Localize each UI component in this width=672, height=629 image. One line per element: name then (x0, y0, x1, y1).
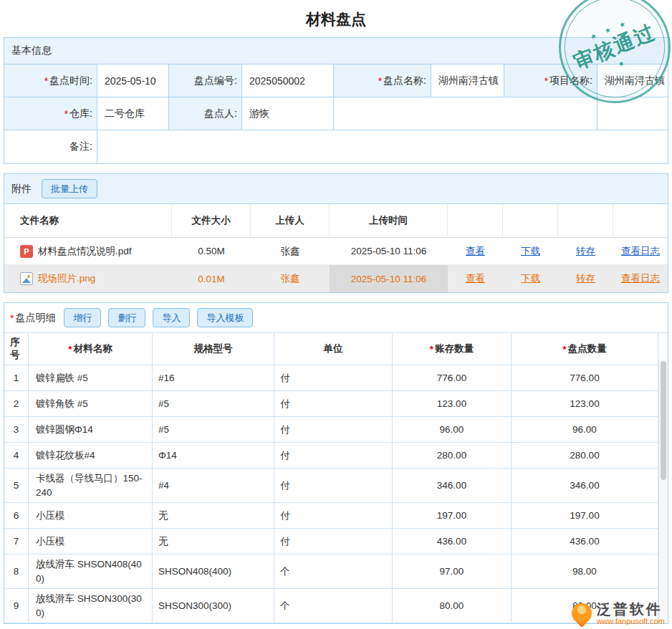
cell-seq: 9 (4, 589, 29, 623)
attachments-title: 附件 (11, 183, 32, 196)
cell-material-name: 放线滑车 SHSON408(400) (29, 554, 153, 589)
inventory-time-value: 2025-05-10 (97, 64, 169, 97)
cell-material-name: 镀锌圆钢Φ14 (29, 417, 153, 443)
required-marker: * (544, 75, 548, 87)
cell-counted-qty: 98.00 (512, 554, 658, 589)
required-marker: * (68, 344, 72, 355)
warehouse-label: *仓库: (4, 97, 97, 130)
transfer-link[interactable]: 转存 (576, 245, 595, 258)
brand-website: www.fanpusoft.com (597, 617, 665, 625)
cell-seq: 2 (4, 391, 29, 417)
cell-seq: 4 (4, 443, 29, 469)
col-seq: 序号 (4, 333, 29, 365)
col-action (503, 204, 558, 238)
file-name-cell: P 材料盘点情况说明.pdf (4, 238, 172, 265)
col-action (613, 204, 668, 238)
cell-spec: SHSON408(400) (153, 554, 274, 589)
cell-material-name: 镀锌花纹板#4 (29, 443, 153, 469)
cell-spec: #5 (153, 391, 274, 417)
col-material-name: *材料名称 (29, 333, 153, 365)
inventory-no-label: 盘点编号: (169, 64, 242, 97)
import-template-button[interactable]: 导入模板 (197, 308, 253, 327)
image-file-icon (20, 272, 33, 285)
required-marker: * (10, 312, 14, 324)
cell-seq: 3 (4, 417, 29, 443)
col-counted-qty: *盘点数量 (512, 333, 658, 365)
cell-seq: 8 (4, 554, 29, 589)
remarks-value (97, 130, 668, 163)
transfer-link[interactable]: 转存 (576, 272, 595, 285)
cell-seq: 7 (4, 529, 29, 554)
details-grid: 序号 *材料名称 规格型号 单位 *账存数量 *盘点数量 1 镀锌扁铁 #5 #… (4, 333, 658, 623)
cell-material-name: 镀锌扁铁 #5 (29, 365, 153, 391)
col-uploader: 上传人 (251, 204, 330, 238)
basic-info-header: 基本信息 (4, 38, 668, 64)
import-button[interactable]: 导入 (153, 308, 190, 327)
cell-material-name: 小压模 (29, 529, 153, 554)
fanpusoft-logo: 泛普软件 www.fanpusoft.com (572, 601, 665, 625)
attachment-row[interactable]: P 材料盘点情况说明.pdf 0.50M 张鑫 2025-05-10 11:06… (4, 238, 668, 265)
cell-spec: Φ14 (153, 443, 274, 469)
upload-time: 2025-05-10 11:06 (330, 265, 448, 292)
cell-counted-qty: 96.00 (512, 417, 658, 443)
cell-unit: 付 (274, 503, 393, 529)
details-section: *盘点明细 增行 删行 导入 导入模板 序号 *材料名称 规格型号 单位 *账存… (4, 302, 668, 624)
cell-stock-qty: 123.00 (393, 391, 512, 417)
cell-spec: 无 (153, 529, 274, 554)
empty-cell (334, 97, 597, 130)
cell-spec: #5 (153, 417, 274, 443)
upload-time: 2025-05-10 11:06 (330, 238, 448, 265)
col-spec: 规格型号 (153, 333, 274, 365)
cell-material-name: 镀锌角铁 #5 (29, 391, 153, 417)
cell-unit: 付 (274, 391, 393, 417)
cell-spec: #16 (153, 365, 274, 391)
cell-unit: 付 (274, 469, 393, 503)
view-link[interactable]: 查看 (466, 245, 485, 258)
cell-unit: 个 (274, 589, 393, 623)
col-file-name: 文件名称 (4, 204, 172, 238)
view-log-link[interactable]: 查看日志 (621, 272, 660, 285)
fanpusoft-logo-icon (567, 599, 596, 628)
delete-row-button[interactable]: 删行 (108, 308, 145, 327)
file-size: 0.50M (172, 238, 251, 265)
cell-seq: 5 (4, 469, 29, 503)
view-link[interactable]: 查看 (466, 272, 485, 285)
cell-seq: 1 (4, 365, 29, 391)
attachment-row-selected[interactable]: 现场照片.png 0.01M 张鑫 2025-05-10 11:06 查看 下载… (4, 265, 668, 292)
empty-cell (597, 97, 668, 130)
col-action (558, 204, 613, 238)
cell-stock-qty: 776.00 (393, 365, 512, 391)
cell-unit: 付 (274, 365, 393, 391)
vertical-scrollbar[interactable] (658, 360, 668, 623)
cell-stock-qty: 97.00 (393, 554, 512, 589)
file-name: 现场照片.png (38, 272, 95, 285)
basic-info-grid: *盘点时间: 2025-05-10 盘点编号: 2025050002 *盘点名称… (4, 64, 668, 163)
basic-info-title: 基本信息 (11, 44, 52, 57)
col-upload-time: 上传时间 (330, 204, 448, 238)
cell-counted-qty: 436.00 (512, 529, 658, 554)
required-marker: * (44, 75, 48, 87)
project-name-label: *项目名称: (504, 64, 597, 97)
download-link[interactable]: 下载 (521, 245, 540, 258)
batch-upload-button[interactable]: 批量上传 (42, 179, 97, 198)
scrollbar-thumb[interactable] (661, 361, 666, 480)
project-name-value: 湖州南浔古镇 (597, 64, 668, 97)
download-link[interactable]: 下载 (521, 272, 540, 285)
details-title: *盘点明细 (10, 312, 55, 325)
cell-material-name: 卡线器（导线马口）150-240 (29, 469, 153, 503)
file-size: 0.01M (172, 265, 251, 292)
uploader: 张鑫 (251, 238, 330, 265)
warehouse-value: 二号仓库 (97, 97, 169, 130)
required-marker: * (378, 75, 382, 87)
cell-unit: 付 (274, 443, 393, 469)
required-marker: * (562, 344, 566, 355)
col-file-size: 文件大小 (172, 204, 251, 238)
cell-spec: #4 (153, 469, 274, 503)
view-log-link[interactable]: 查看日志 (621, 245, 660, 258)
file-name-cell: 现场照片.png (4, 265, 172, 292)
cell-spec: 无 (153, 503, 274, 529)
cell-counted-qty: 123.00 (512, 391, 658, 417)
cell-stock-qty: 346.00 (393, 469, 512, 503)
cell-counted-qty: 346.00 (512, 469, 658, 503)
add-row-button[interactable]: 增行 (64, 308, 101, 327)
